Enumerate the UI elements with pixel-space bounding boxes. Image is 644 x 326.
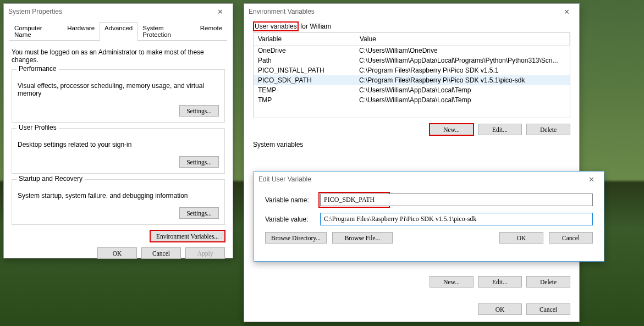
startup-recovery-desc: System startup, system failure, and debu… — [18, 192, 219, 200]
ok-button[interactable]: OK — [478, 303, 522, 315]
column-variable[interactable]: Variable — [254, 33, 355, 45]
tab-remote[interactable]: Remote — [195, 22, 227, 41]
user-profiles-group: User Profiles Desktop settings related t… — [12, 128, 225, 174]
titlebar: Edit User Variable ✕ — [254, 172, 604, 187]
cell-value: C:\Users\William\AppData\Local\Programs\… — [355, 56, 570, 65]
table-row[interactable]: PathC:\Users\William\AppData\Local\Progr… — [254, 56, 570, 65]
startup-recovery-group: Startup and Recovery System startup, sys… — [12, 179, 225, 225]
titlebar: Environment Variables ✕ — [244, 4, 579, 19]
ok-button[interactable]: OK — [499, 232, 543, 244]
table-row[interactable]: PICO_SDK_PATHC:\Program Files\Raspberry … — [254, 75, 570, 85]
user-variables-label: User variables for William — [253, 21, 331, 31]
startup-recovery-label: Startup and Recovery — [16, 175, 85, 183]
user-variables-highlight: User variables — [253, 21, 299, 31]
cell-value: C:\Program Files\Raspberry Pi\Pico SDK v… — [355, 75, 570, 85]
variable-value-input[interactable] — [320, 213, 593, 225]
variable-name-input[interactable] — [320, 194, 388, 206]
performance-group: Performance Visual effects, processor sc… — [12, 69, 225, 123]
titlebar: System Properties ✕ — [4, 4, 233, 19]
cancel-button[interactable]: Cancel — [526, 303, 570, 315]
system-properties-window: System Properties ✕ Computer Name Hardwa… — [3, 3, 233, 258]
table-row[interactable]: TEMPC:\Users\William\AppData\Local\Temp — [254, 85, 570, 95]
cancel-button[interactable]: Cancel — [549, 232, 593, 244]
performance-desc: Visual effects, processor scheduling, me… — [18, 82, 219, 97]
cell-value: C:\Users\William\AppData\Local\Temp — [355, 85, 570, 95]
tab-advanced[interactable]: Advanced — [100, 22, 137, 41]
browse-directory-button[interactable]: Browse Directory... — [265, 232, 327, 244]
close-icon[interactable]: ✕ — [583, 173, 599, 185]
environment-variables-button[interactable]: Environment Variables... — [150, 230, 225, 242]
column-value[interactable]: Value — [355, 33, 570, 45]
environment-variables-window: Environment Variables ✕ User variables f… — [244, 3, 580, 322]
window-title: Environment Variables — [249, 8, 315, 15]
window-title: System Properties — [8, 8, 62, 15]
tab-strip: Computer Name Hardware Advanced System P… — [9, 21, 227, 41]
browse-file-button[interactable]: Browse File... — [332, 232, 393, 244]
system-delete-button[interactable]: Delete — [526, 276, 570, 288]
window-title: Edit User Variable — [258, 175, 311, 183]
system-new-button[interactable]: New... — [430, 276, 474, 288]
cell-value: C:\Users\William\OneDrive — [355, 46, 570, 56]
ok-button[interactable]: OK — [97, 247, 137, 259]
startup-recovery-settings-button[interactable]: Settings... — [179, 207, 219, 219]
edit-user-variable-window: Edit User Variable ✕ Variable name: Vari… — [254, 171, 604, 262]
performance-label: Performance — [16, 65, 59, 73]
user-profiles-settings-button[interactable]: Settings... — [179, 156, 219, 168]
user-delete-button[interactable]: Delete — [526, 124, 570, 135]
cancel-button[interactable]: Cancel — [141, 247, 181, 259]
apply-button: Apply — [185, 247, 225, 259]
table-row[interactable]: TMPC:\Users\William\AppData\Local\Temp — [254, 95, 570, 105]
cell-variable: TEMP — [254, 85, 355, 95]
cell-value: C:\Users\William\AppData\Local\Temp — [355, 95, 570, 105]
variable-name-input-ext[interactable] — [388, 194, 593, 206]
cell-value: C:\Program Files\Raspberry Pi\Pico SDK v… — [355, 65, 570, 75]
tab-system-protection[interactable]: System Protection — [137, 22, 195, 41]
performance-settings-button[interactable]: Settings... — [179, 105, 219, 117]
user-variables-table[interactable]: Variable Value OneDriveC:\Users\William\… — [253, 32, 570, 118]
cell-variable: TMP — [254, 95, 355, 105]
user-profiles-label: User Profiles — [16, 124, 59, 131]
cell-variable: PICO_SDK_PATH — [254, 75, 355, 85]
cell-variable: Path — [254, 56, 355, 65]
user-edit-button[interactable]: Edit... — [478, 124, 522, 135]
user-profiles-desc: Desktop settings related to your sign-in — [18, 141, 219, 148]
system-variables-label: System variables — [253, 141, 303, 148]
cell-variable: OneDrive — [254, 46, 355, 56]
user-new-button[interactable]: New... — [430, 124, 474, 135]
system-edit-button[interactable]: Edit... — [478, 276, 522, 288]
tab-computer-name[interactable]: Computer Name — [9, 22, 62, 41]
close-icon[interactable]: ✕ — [558, 5, 575, 18]
variable-name-label: Variable name: — [265, 196, 320, 204]
tab-hardware[interactable]: Hardware — [62, 22, 100, 41]
table-row[interactable]: PICO_INSTALL_PATHC:\Program Files\Raspbe… — [254, 65, 570, 75]
table-row[interactable]: OneDriveC:\Users\William\OneDrive — [254, 46, 570, 56]
cell-variable: PICO_INSTALL_PATH — [254, 65, 355, 75]
close-icon[interactable]: ✕ — [212, 5, 228, 18]
variable-value-label: Variable value: — [265, 216, 320, 223]
admin-note: You must be logged on as an Administrato… — [12, 48, 225, 64]
